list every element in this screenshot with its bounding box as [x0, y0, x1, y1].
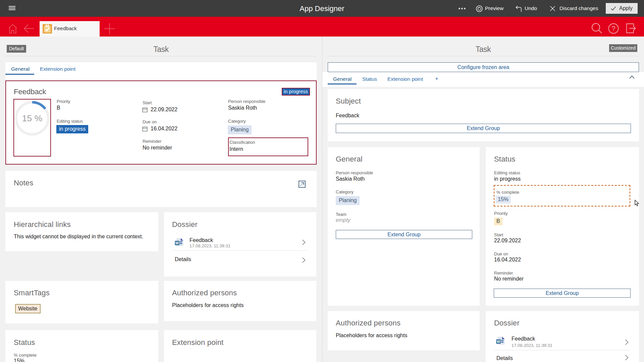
svg-text:15 %: 15 % — [22, 113, 42, 123]
svg-text:W: W — [497, 340, 500, 344]
svg-text:W: W — [175, 241, 179, 245]
svg-text:?: ? — [611, 25, 615, 32]
